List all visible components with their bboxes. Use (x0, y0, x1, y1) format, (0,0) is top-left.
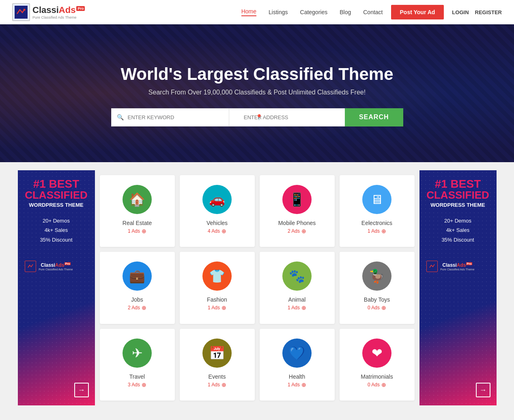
nav-home[interactable]: Home (241, 8, 256, 16)
category-card-jobs[interactable]: 💼Jobs2 Ads ⊕ (100, 252, 175, 324)
category-icon: 🖥 (362, 185, 391, 214)
logo-ads: Ads (59, 5, 76, 15)
banner-stat1-right: 20+ Demos (426, 216, 489, 225)
search-keyword-input[interactable] (111, 108, 229, 126)
category-icon: ❤ (362, 339, 391, 368)
category-ads-count: 2 Ads ⊕ (288, 228, 306, 234)
add-icon[interactable]: ⊕ (222, 381, 226, 388)
banner-classified-right: CLASSIFIED (426, 190, 489, 200)
banner-arrow-button[interactable]: → (74, 383, 89, 397)
banner-wp-theme: WORDPRESS THEME (25, 202, 88, 208)
auth-links: LOGIN REGISTER (452, 9, 502, 15)
nav-blog[interactable]: Blog (340, 9, 351, 15)
category-card-events[interactable]: 📅Events1 Ads ⊕ (180, 329, 255, 401)
hero-title: World's Largest Classified Theme (120, 64, 393, 84)
category-name: Baby Toys (364, 296, 390, 303)
add-icon[interactable]: ⊕ (142, 228, 146, 234)
category-ads-count: 1 Ads ⊕ (368, 228, 386, 234)
category-name: Vehicles (206, 220, 228, 226)
hero-section: World's Largest Classified Theme Search … (0, 24, 514, 162)
left-banner: #1 BEST CLASSIFIED WORDPRESS THEME 20+ D… (18, 170, 95, 405)
add-icon[interactable]: ⊕ (142, 381, 146, 388)
category-icon: 🚗 (202, 185, 232, 214)
banner-stat2-right: 4k+ Sales (426, 225, 489, 235)
banner-number-right: #1 BEST (426, 178, 489, 190)
login-link[interactable]: LOGIN (452, 9, 469, 15)
logo-text: ClassiAdsPro Pure Classified Ads Theme (32, 5, 85, 19)
right-banner: #1 BEST CLASSIFIED WORDPRESS THEME 20+ D… (419, 170, 497, 405)
category-ads-count: 1 Ads ⊕ (208, 304, 226, 311)
svg-rect-0 (15, 6, 28, 19)
register-link[interactable]: REGISTER (475, 9, 502, 15)
category-name: Animal (288, 296, 306, 303)
category-name: Real Estate (123, 220, 152, 226)
category-card-animal[interactable]: 🐾Animal1 Ads ⊕ (260, 252, 335, 324)
category-card-eelectronics[interactable]: 🖥Eelectronics1 Ads ⊕ (340, 175, 415, 247)
category-name: Events (209, 373, 226, 380)
banner-number: #1 BEST (25, 178, 88, 190)
category-name: Jobs (131, 296, 143, 303)
banner-logo: ClassiAdsPro Pure Classified Ads Theme (25, 261, 88, 272)
category-ads-count: 1 Ads ⊕ (128, 228, 146, 234)
category-card-health[interactable]: 💙Health1 Ads ⊕ (260, 329, 335, 401)
banner-stats: 20+ Demos 4k+ Sales 35% Discount (25, 216, 88, 244)
search-button[interactable]: SEARCH (345, 108, 403, 126)
category-card-mobile-phones[interactable]: 📱Mobile Phones2 Ads ⊕ (260, 175, 335, 247)
categories-grid: 🏠Real Estate1 Ads ⊕🚗Vehicles4 Ads ⊕📱Mobi… (95, 170, 419, 405)
category-name: Fashion (207, 296, 227, 303)
add-icon[interactable]: ⊕ (222, 304, 226, 311)
logo-pro: Pro (76, 6, 85, 11)
add-icon[interactable]: ⊕ (381, 304, 386, 311)
banner-stat3: 35% Discount (25, 235, 88, 244)
category-icon: 💼 (123, 261, 152, 291)
category-icon: 📱 (282, 185, 312, 214)
category-icon: ✈ (123, 339, 152, 368)
category-name: Matrimonials (361, 373, 393, 380)
banner-logo-right: ClassiAdsPro Pure Classified Ads Theme (426, 261, 489, 272)
category-ads-count: 2 Ads ⊕ (128, 304, 146, 311)
category-card-fashion[interactable]: 👕Fashion1 Ads ⊕ (180, 252, 255, 324)
add-icon[interactable]: ⊕ (222, 228, 226, 234)
category-icon: 💙 (282, 339, 312, 368)
banner-stat3-right: 35% Discount (426, 235, 489, 244)
logo-icon (12, 3, 30, 21)
hero-subtitle: Search From Over 19,00,000 Classifieds &… (148, 89, 366, 96)
category-name: Eelectronics (361, 220, 392, 226)
svg-point-1 (24, 9, 26, 11)
logo-classi: Classi (32, 5, 59, 15)
category-card-baby-toys[interactable]: 🦆Baby Toys0 Ads ⊕ (340, 252, 415, 324)
post-ad-button[interactable]: Post Your Ad (391, 5, 444, 19)
category-name: Mobile Phones (278, 220, 316, 226)
search-address-input[interactable] (229, 108, 345, 126)
banner-arrow-button-right[interactable]: → (476, 383, 490, 397)
add-icon[interactable]: ⊕ (381, 381, 386, 388)
banner-classified: CLASSIFIED (25, 190, 88, 200)
nav-contact[interactable]: Contact (363, 9, 383, 15)
category-card-vehicles[interactable]: 🚗Vehicles4 Ads ⊕ (180, 175, 255, 247)
search-bar: 🔍 📍 SEARCH (111, 108, 403, 126)
category-ads-count: 1 Ads ⊕ (208, 381, 226, 388)
category-card-travel[interactable]: ✈Travel3 Ads ⊕ (100, 329, 175, 401)
category-ads-count: 0 Ads ⊕ (368, 381, 386, 388)
banner-stats-right: 20+ Demos 4k+ Sales 35% Discount (426, 216, 489, 244)
add-icon[interactable]: ⊕ (301, 228, 306, 234)
category-ads-count: 4 Ads ⊕ (208, 228, 226, 234)
add-icon[interactable]: ⊕ (142, 304, 146, 311)
logo[interactable]: ClassiAdsPro Pure Classified Ads Theme (12, 3, 85, 21)
nav-categories[interactable]: Categories (300, 9, 328, 15)
category-ads-count: 3 Ads ⊕ (128, 381, 146, 388)
banner-stat1: 20+ Demos (25, 216, 88, 225)
logo-subtitle: Pure Classified Ads Theme (32, 15, 85, 19)
nav-listings[interactable]: Listings (269, 9, 288, 15)
category-card-real-estate[interactable]: 🏠Real Estate1 Ads ⊕ (100, 175, 175, 247)
category-icon: 👕 (202, 261, 232, 291)
category-ads-count: 1 Ads ⊕ (288, 304, 306, 311)
banner-stat2: 4k+ Sales (25, 225, 88, 235)
add-icon[interactable]: ⊕ (381, 228, 386, 234)
add-icon[interactable]: ⊕ (301, 381, 306, 388)
category-icon: 📅 (202, 339, 232, 368)
add-icon[interactable]: ⊕ (301, 304, 306, 311)
category-card-matrimonials[interactable]: ❤Matrimonials0 Ads ⊕ (340, 329, 415, 401)
nav-links: Home Listings Categories Blog Contact (241, 8, 383, 16)
navbar: ClassiAdsPro Pure Classified Ads Theme H… (0, 0, 514, 24)
